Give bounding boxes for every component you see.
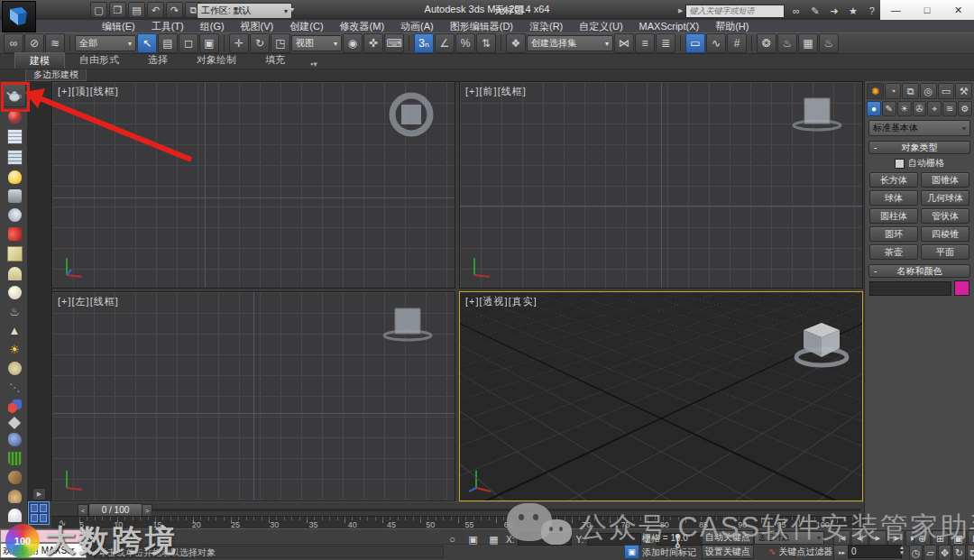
menu-item[interactable]: 视图(V) <box>233 20 282 33</box>
x-coordinate-field[interactable] <box>518 533 572 546</box>
search-input[interactable] <box>685 5 785 18</box>
object-type-rollout[interactable]: - 对象类型 <box>868 141 970 154</box>
key-filters-button[interactable]: ∿ 关键点过滤器... <box>768 546 841 557</box>
subtab-geometry-icon[interactable]: ● <box>867 101 881 116</box>
primitive-button[interactable]: 茶壶 <box>869 244 918 260</box>
use-pivot-point-center-icon[interactable]: ◉ <box>343 33 363 53</box>
graphite-ribbon-toggle-icon[interactable]: ▭ <box>685 33 705 53</box>
material-editor-icon[interactable]: ❂ <box>757 33 776 53</box>
ribbon-tab[interactable]: 对象绘制 <box>182 52 251 69</box>
viewport-left-label[interactable]: [+][左][线框] <box>58 295 119 308</box>
mini-curve-editor-icon[interactable]: ∿ <box>59 518 66 528</box>
viewport-perspective-label[interactable]: [+][透视][真实] <box>465 295 538 308</box>
menu-item[interactable]: 组(G) <box>192 20 233 33</box>
search-expand-icon[interactable]: ▶ <box>678 7 683 14</box>
viewcube-front-icon[interactable] <box>788 91 846 136</box>
select-by-name-icon[interactable]: ▤ <box>158 33 178 53</box>
primitive-button[interactable]: 圆柱体 <box>869 208 918 224</box>
menu-item[interactable]: 图形编辑器(D) <box>442 20 521 33</box>
menu-item[interactable]: 动画(A) <box>392 20 442 33</box>
absolute-mode-icon[interactable]: ▦ <box>485 531 502 547</box>
pan-icon[interactable]: ✥ <box>938 545 951 560</box>
menu-item[interactable]: 编辑(E) <box>94 20 143 33</box>
keyboard-shortcut-override-icon[interactable]: ⌨ <box>384 33 404 53</box>
polygon-modeling-panel-tab[interactable]: 多边形建模 <box>25 69 87 81</box>
panel-tab-display-icon[interactable]: ▭ <box>938 83 955 99</box>
maximize-viewport-icon[interactable]: ⧉ <box>967 545 974 560</box>
primitive-button[interactable]: 平面 <box>921 244 969 260</box>
viewport-top-label[interactable]: [+][顶][线框] <box>58 85 119 98</box>
reference-coordinate-dropdown[interactable]: 视图▾ <box>291 35 342 51</box>
dome-primitive-icon[interactable] <box>8 267 22 280</box>
teapot-button[interactable] <box>3 84 26 107</box>
bind-to-space-warp-icon[interactable]: ≋ <box>45 33 65 53</box>
subscription-pen-icon[interactable]: ✎ <box>806 3 823 19</box>
rendered-frame-window-icon[interactable]: ▦ <box>798 33 818 53</box>
primitive-button[interactable]: 圆环 <box>869 226 918 242</box>
panel-tab-motion-icon[interactable]: ◎ <box>920 83 937 99</box>
light-icon[interactable] <box>8 170 22 184</box>
sphere-primitive-icon[interactable] <box>8 286 22 299</box>
molecules-icon[interactable] <box>8 399 22 413</box>
autogrid-checkbox[interactable] <box>895 159 905 169</box>
field-of-view-icon[interactable]: ▱ <box>923 545 937 560</box>
viewport-top[interactable]: [+][顶][线框] <box>51 81 455 289</box>
select-and-move-icon[interactable]: ✛ <box>229 33 249 53</box>
spinner-snap-icon[interactable]: ⇅ <box>476 33 496 53</box>
current-frame-field[interactable] <box>848 545 902 558</box>
minimize-button[interactable]: — <box>883 5 908 15</box>
viewport-layout-tabs-icon[interactable] <box>28 501 50 525</box>
panel-tab-modify-icon[interactable]: ◔ <box>885 83 902 99</box>
auto-key-button[interactable]: 自动关键点 <box>702 530 754 545</box>
moon-icon[interactable] <box>8 208 22 222</box>
selection-lock-icon[interactable]: ▣ <box>464 531 482 547</box>
maxscript-mini-listener[interactable]: 欢迎使用 MAXScr <box>0 543 87 558</box>
new-file-icon[interactable]: ▢ <box>90 2 107 18</box>
menu-item[interactable]: MAXScript(X) <box>631 21 708 32</box>
ribbon-tab[interactable]: 选择 <box>133 52 182 69</box>
select-and-scale-icon[interactable]: ◳ <box>271 33 290 53</box>
menu-item[interactable]: 创建(C) <box>281 20 331 33</box>
camera-icon[interactable] <box>8 189 22 203</box>
redo-icon[interactable]: ↷ <box>166 2 183 18</box>
disc-icon[interactable] <box>8 362 22 375</box>
viewcube-left-icon[interactable] <box>379 301 436 346</box>
box-primitive-icon[interactable] <box>7 246 23 262</box>
set-key-button[interactable]: 设置关键点 <box>702 545 754 559</box>
primitive-button[interactable]: 几何球体 <box>921 190 969 206</box>
subtab-cameras-icon[interactable]: ✇ <box>913 101 927 116</box>
help-icon[interactable]: ? <box>863 3 880 19</box>
object-name-field[interactable] <box>869 281 951 296</box>
select-and-link-icon[interactable]: ∞ <box>4 33 23 53</box>
layer-manager-icon[interactable]: ≣ <box>656 33 675 53</box>
maximize-button[interactable]: □ <box>914 5 940 15</box>
undo-icon[interactable]: ↶ <box>147 2 164 18</box>
wire-teapot-icon[interactable]: ♨ <box>8 305 22 318</box>
previous-frame-arrow[interactable]: < <box>78 504 88 517</box>
ribbon-tab[interactable]: 填充 <box>251 52 299 69</box>
menu-item[interactable]: 自定义(U) <box>571 20 630 33</box>
next-frame-arrow[interactable]: > <box>142 504 152 517</box>
subtab-systems-icon[interactable]: ⚙ <box>958 101 972 116</box>
grass-icon[interactable] <box>8 452 22 465</box>
name-color-rollout[interactable]: - 名称和颜色 <box>868 264 970 278</box>
subtab-lights-icon[interactable]: ☀ <box>897 101 912 116</box>
primitive-button[interactable]: 球体 <box>869 190 918 206</box>
time-configuration-icon[interactable]: ◷ <box>909 545 923 560</box>
time-slider-handle[interactable]: 0 / 100 <box>88 503 142 517</box>
unlink-selection-icon[interactable]: ⊘ <box>24 33 44 53</box>
subtab-spacewarps-icon[interactable]: ≋ <box>942 101 957 116</box>
sun-icon[interactable]: ☀ <box>8 343 22 356</box>
material-sphere-icon[interactable] <box>8 110 22 124</box>
curve-editor-icon[interactable]: ∿ <box>706 33 726 53</box>
cone-primitive-icon[interactable]: ▲ <box>8 324 22 337</box>
primitive-button[interactable]: 圆锥体 <box>921 172 969 188</box>
select-and-manipulate-icon[interactable]: ✜ <box>363 33 383 53</box>
viewport-front-label[interactable]: [+][前][线框] <box>465 85 527 98</box>
rectangular-selection-region-icon[interactable]: ◻ <box>179 33 198 53</box>
window-crossing-icon[interactable]: ▣ <box>199 33 219 53</box>
select-object-icon[interactable]: ↖ <box>137 33 157 53</box>
3dsmax-logo-icon[interactable] <box>2 1 36 32</box>
snaps-toggle-3d-icon[interactable]: 3ₙ <box>414 33 434 53</box>
subtab-shapes-icon[interactable]: ✎ <box>882 101 896 116</box>
